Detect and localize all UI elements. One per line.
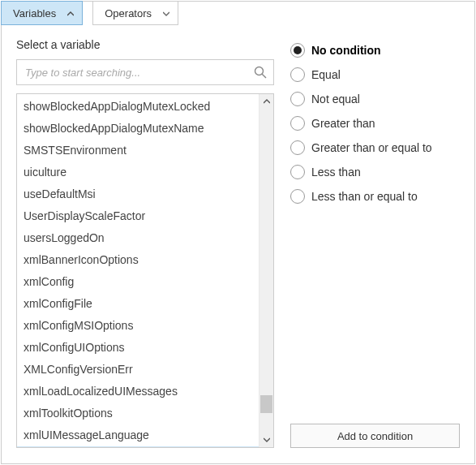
add-to-condition-button[interactable]: Add to condition — [290, 424, 460, 448]
tab-variables[interactable]: Variables — [1, 1, 83, 25]
condition-option[interactable]: Less than or equal to — [290, 184, 460, 209]
list-item[interactable]: xmlConfigFile — [17, 293, 259, 315]
tab-label: Operators — [105, 7, 152, 19]
radio-icon — [290, 140, 305, 155]
chevron-up-icon — [67, 9, 74, 18]
list-item[interactable]: xmlUIMessageLanguage — [17, 424, 259, 446]
radio-icon — [290, 43, 305, 58]
list-item[interactable]: xmlLoadLocalizedUIMessages — [17, 381, 259, 403]
radio-icon — [290, 67, 305, 82]
scroll-thumb[interactable] — [260, 395, 272, 413]
condition-option[interactable]: No condition — [290, 38, 460, 62]
search-input[interactable] — [16, 59, 274, 85]
chevron-down-icon — [163, 9, 169, 18]
radio-label: Equal — [311, 68, 341, 81]
list-item[interactable]: xmlToolkitOptions — [17, 403, 259, 424]
list-item[interactable]: xmlConfigUIOptions — [17, 337, 259, 359]
radio-label: Less than — [311, 166, 361, 179]
condition-radio-group: No conditionEqualNot equalGreater thanGr… — [290, 38, 460, 209]
list-item[interactable]: usersLoggedOn — [17, 227, 259, 249]
left-panel: Select a variable showBlockedAppDialogMu… — [16, 38, 274, 448]
list-item[interactable]: xmlConfigMSIOptions — [17, 315, 259, 337]
variable-list[interactable]: showBlockedAppDialogMutexLockedshowBlock… — [17, 94, 259, 447]
radio-label: Greater than — [311, 117, 375, 130]
scroll-track[interactable] — [259, 109, 273, 433]
radio-label: Not equal — [311, 93, 360, 105]
dialog: Variables Operators Select a variable — [1, 1, 475, 464]
radio-label: Less than or equal to — [311, 190, 418, 203]
scroll-up-button[interactable] — [259, 94, 273, 109]
list-item[interactable]: showBlockedAppDialogMutexLocked — [17, 96, 259, 118]
condition-option[interactable]: Greater than — [290, 111, 460, 136]
list-item[interactable]: SMSTSEnvironment — [17, 140, 259, 161]
radio-icon — [290, 92, 305, 106]
tab-operators[interactable]: Operators — [92, 1, 178, 25]
condition-option[interactable]: Greater than or equal to — [290, 136, 460, 160]
list-item[interactable]: xmlUIMessages — [17, 446, 259, 447]
condition-option[interactable]: Equal — [290, 62, 460, 87]
radio-icon — [290, 189, 305, 204]
radio-label: Greater than or equal to — [311, 141, 432, 154]
list-item[interactable]: useDefaultMsi — [17, 183, 259, 205]
list-item[interactable]: xmlBannerIconOptions — [17, 249, 259, 271]
radio-icon — [290, 116, 305, 131]
list-item[interactable]: showBlockedAppDialogMutexName — [17, 118, 259, 140]
section-label: Select a variable — [16, 38, 274, 51]
content-area: Select a variable showBlockedAppDialogMu… — [2, 25, 474, 463]
condition-option[interactable]: Less than — [290, 160, 460, 184]
list-item[interactable]: xmlConfig — [17, 271, 259, 293]
list-item[interactable]: UserDisplayScaleFactor — [17, 205, 259, 227]
radio-label: No condition — [311, 44, 381, 57]
list-item[interactable]: uiculture — [17, 161, 259, 183]
tab-bar: Variables Operators — [1, 1, 474, 25]
scroll-down-button[interactable] — [259, 433, 273, 447]
variable-list-wrap: showBlockedAppDialogMutexLockedshowBlock… — [16, 93, 274, 448]
list-item[interactable]: XMLConfigVersionErr — [17, 359, 259, 381]
search-wrap — [16, 59, 274, 85]
right-panel: No conditionEqualNot equalGreater thanGr… — [290, 38, 460, 448]
scrollbar[interactable] — [259, 94, 273, 447]
radio-icon — [290, 165, 305, 179]
condition-option[interactable]: Not equal — [290, 87, 460, 111]
tab-label: Variables — [13, 7, 56, 19]
